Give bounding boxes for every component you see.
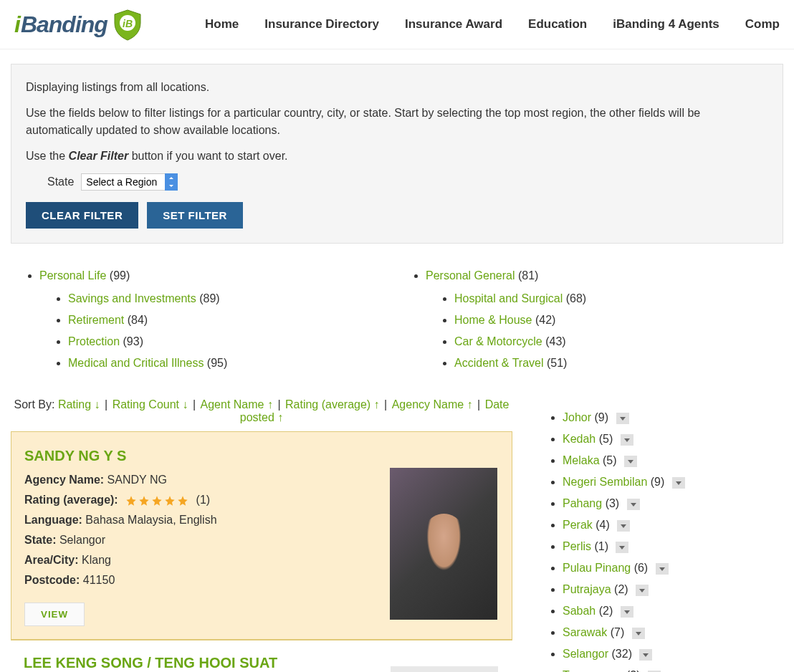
states-sidebar: Johor (9) Kedah (5) Melaka (5) Negeri Se… <box>534 393 783 672</box>
subcategory-link[interactable]: Accident & Travel <box>454 357 544 369</box>
state-item: Perak (4) <box>563 514 783 536</box>
rating-stars <box>125 495 188 507</box>
nav-education[interactable]: Education <box>528 17 587 32</box>
subcategory-link[interactable]: Hospital and Surgical <box>454 292 563 304</box>
nav-insurance-directory[interactable]: Insurance Directory <box>264 17 379 32</box>
state-link[interactable]: Perak <box>563 519 593 531</box>
subcategory-item: Protection (93) <box>68 331 397 352</box>
listing-title-link[interactable]: LEE KENG SONG / TENG HOOI SUAT <box>24 655 277 671</box>
state-link[interactable]: Pulau Pinang <box>563 562 631 574</box>
expand-toggle[interactable] <box>616 413 629 424</box>
subcategory-item: Accident & Travel (51) <box>454 352 783 374</box>
category-personal-life: Personal Life (99) Savings and Investmen… <box>39 265 397 378</box>
logo[interactable]: iBanding iB <box>14 7 145 42</box>
main-nav: Home Insurance Directory Insurance Award… <box>205 17 780 32</box>
star-icon <box>125 495 137 507</box>
expand-toggle[interactable] <box>627 499 640 510</box>
subcategory-item: Home & House (42) <box>454 309 783 331</box>
category-link[interactable]: Personal Life <box>39 269 106 282</box>
state-item: Kedah (5) <box>563 428 783 450</box>
logo-i: i <box>14 11 21 38</box>
top-nav: iBanding iB Home Insurance Directory Ins… <box>0 0 794 49</box>
state-link[interactable]: Negeri Sembilan <box>563 476 647 488</box>
state-link[interactable]: Sabah <box>563 605 596 617</box>
nav-ibanding-4-agents[interactable]: iBanding 4 Agents <box>613 17 719 32</box>
state-item: Selangor (32) <box>563 643 783 665</box>
filter-info-3: Use the Clear Filter button if you want … <box>26 148 768 165</box>
subcategory-item: Medical and Critical Illness (95) <box>68 352 397 374</box>
category-link[interactable]: Personal General <box>426 269 515 282</box>
state-link[interactable]: Kedah <box>563 433 596 445</box>
nav-compare[interactable]: Comp <box>745 17 780 32</box>
agent-photo[interactable] <box>391 666 498 672</box>
filter-info-1: Displaying listings from all locations. <box>26 79 768 96</box>
expand-toggle[interactable] <box>632 628 645 639</box>
subcategory-item: Hospital and Surgical (68) <box>454 288 783 309</box>
expand-toggle[interactable] <box>621 606 633 618</box>
sort-option[interactable]: Agency Name ↑ <box>392 398 473 411</box>
state-link[interactable]: Terengganu <box>563 669 623 672</box>
expand-toggle[interactable] <box>656 563 669 575</box>
set-filter-button[interactable]: SET FILTER <box>147 202 243 229</box>
star-icon <box>138 495 150 507</box>
clear-filter-button[interactable]: CLEAR FILTER <box>26 202 138 229</box>
sort-option[interactable]: Rating ↓ <box>58 398 100 411</box>
state-item: Sarawak (7) <box>563 622 783 643</box>
state-link[interactable]: Pahang <box>563 497 602 509</box>
filter-panel: Displaying listings from all locations. … <box>11 64 783 244</box>
expand-toggle[interactable] <box>639 649 652 661</box>
nav-insurance-award[interactable]: Insurance Award <box>405 17 502 32</box>
state-link[interactable]: Selangor <box>563 648 608 660</box>
state-link[interactable]: Putrajaya <box>563 583 611 595</box>
subcategory-item: Retirement (84) <box>68 309 397 331</box>
sort-option[interactable]: Agent Name ↑ <box>201 398 273 411</box>
state-item: Terengganu (3) <box>563 665 783 672</box>
category-personal-general: Personal General (81) Hospital and Surgi… <box>426 265 783 378</box>
star-icon <box>151 495 163 507</box>
agent-photo[interactable] <box>390 468 497 620</box>
expand-toggle[interactable] <box>617 520 630 532</box>
listing-title-link[interactable]: SANDY NG Y S <box>24 448 126 464</box>
subcategory-link[interactable]: Home & House <box>454 314 532 326</box>
state-item: Pulau Pinang (6) <box>563 557 783 579</box>
category-columns: Personal Life (99) Savings and Investmen… <box>0 251 794 393</box>
nav-home[interactable]: Home <box>205 17 239 32</box>
expand-toggle[interactable] <box>616 542 628 553</box>
listing-card: LEE KENG SONG / TENG HOOI SUAT Agency Na… <box>11 640 512 672</box>
state-label: State <box>47 176 74 188</box>
sort-option[interactable]: Rating Count ↓ <box>113 398 188 411</box>
state-item: Putrajaya (2) <box>563 579 783 600</box>
state-link[interactable]: Johor <box>563 411 591 423</box>
state-item: Johor (9) <box>563 407 783 428</box>
state-select[interactable]: Select a Region <box>81 173 178 191</box>
subcategory-link[interactable]: Protection <box>68 335 120 347</box>
subcategory-item: Savings and Investments (89) <box>68 288 397 309</box>
state-item: Perlis (1) <box>563 536 783 557</box>
star-icon <box>164 495 176 507</box>
expand-toggle[interactable] <box>621 434 633 446</box>
state-item: Sabah (2) <box>563 600 783 622</box>
state-link[interactable]: Sarawak <box>563 626 607 638</box>
expand-toggle[interactable] <box>624 456 637 467</box>
subcategory-link[interactable]: Medical and Critical Illness <box>68 357 204 369</box>
state-item: Melaka (5) <box>563 450 783 471</box>
subcategory-link[interactable]: Retirement <box>68 314 124 326</box>
logo-text: Banding <box>21 11 107 38</box>
subcategory-link[interactable]: Car & Motorcycle <box>454 335 542 347</box>
listing-card: SANDY NG Y S Agency Name: SANDY NG Ratin… <box>11 431 512 640</box>
sort-option[interactable]: Rating (average) ↑ <box>285 398 380 411</box>
subcategory-item: Car & Motorcycle (43) <box>454 331 783 352</box>
state-item: Pahang (3) <box>563 493 783 514</box>
state-link[interactable]: Melaka <box>563 454 600 466</box>
filter-info-2: Use the fields below to filter listings … <box>26 105 768 139</box>
sort-by-row: Sort By: Rating ↓ | Rating Count ↓ | Age… <box>11 393 512 431</box>
view-button[interactable]: VIEW <box>24 603 85 626</box>
shield-icon: iB <box>110 7 145 42</box>
expand-toggle[interactable] <box>672 477 685 489</box>
svg-text:iB: iB <box>123 18 133 29</box>
sort-by-label: Sort By: <box>14 398 58 411</box>
state-item: Negeri Sembilan (9) <box>563 471 783 493</box>
state-link[interactable]: Perlis <box>563 540 591 552</box>
expand-toggle[interactable] <box>636 585 649 596</box>
subcategory-link[interactable]: Savings and Investments <box>68 292 196 304</box>
